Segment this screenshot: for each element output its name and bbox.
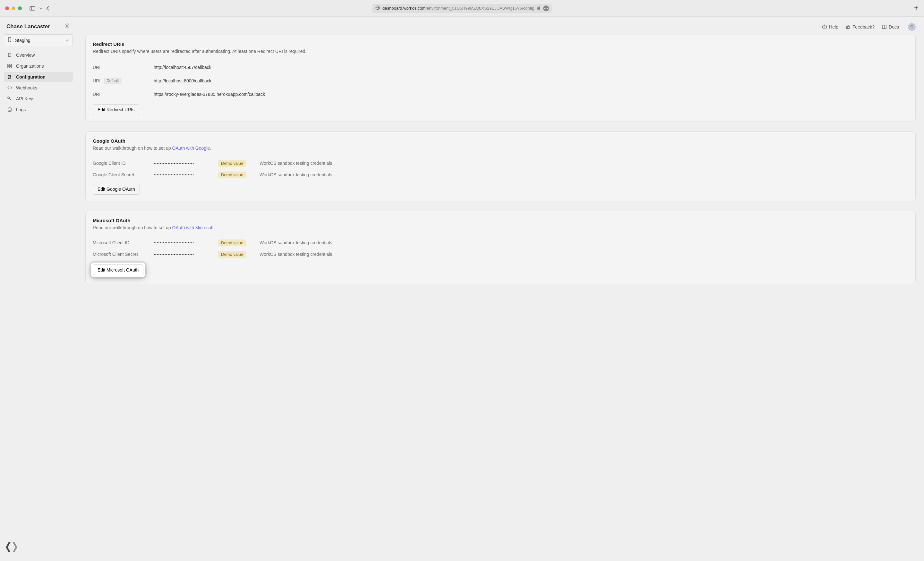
topbar: Help Feedback? Docs C: [77, 16, 924, 34]
close-window-icon[interactable]: [5, 6, 9, 10]
credential-row: Microsoft Client ID ••••••••••••••••••••…: [93, 237, 908, 248]
google-oauth-panel: Google OAuth Read our walkthrough on how…: [86, 132, 916, 201]
main-content: Help Feedback? Docs C Redirect URIs Redi…: [77, 16, 924, 561]
sliders-icon: [7, 74, 12, 79]
panel-description: Read our walkthrough on how to set up OA…: [93, 224, 908, 231]
oauth-microsoft-link[interactable]: OAuth with Microsoft: [172, 225, 214, 230]
svg-point-18: [8, 78, 9, 79]
uri-value: http://localhost:8000/callback: [154, 78, 212, 83]
uri-row: URI http://localhost:4567/callback: [93, 61, 908, 74]
panel-title: Google OAuth: [93, 138, 908, 144]
panel-title: Microsoft OAuth: [93, 218, 908, 223]
bookmark-icon: [8, 37, 12, 43]
help-link[interactable]: Help: [822, 24, 838, 30]
workspace-title: Chase Lancaster: [6, 23, 50, 30]
oauth-google-link[interactable]: OAuth with Google: [172, 145, 210, 151]
environment-selector[interactable]: Staging: [4, 34, 73, 46]
nav-list: Overview Organizations Configuration Web…: [4, 50, 73, 115]
credential-note: WorkOS sandbox testing credentials: [260, 172, 908, 177]
sidebar-item-overview[interactable]: Overview: [4, 50, 73, 60]
code-icon: [7, 85, 12, 90]
credential-row: Google Client Secret •••••••••••••••••••…: [93, 169, 908, 181]
svg-point-17: [10, 76, 11, 78]
globe-icon: [375, 6, 380, 11]
minimize-window-icon[interactable]: [12, 6, 15, 10]
svg-rect-12: [10, 66, 12, 68]
sidebar: Chase Lancaster Staging Overview Organiz…: [0, 16, 77, 561]
credential-note: WorkOS sandbox testing credentials: [260, 240, 908, 245]
panel-description: Read our walkthrough on how to set up OA…: [93, 145, 908, 152]
svg-point-8: [67, 25, 68, 27]
key-icon: [7, 96, 12, 101]
sidebar-item-logs[interactable]: Logs: [4, 105, 73, 115]
docs-link[interactable]: Docs: [882, 24, 899, 30]
masked-value: ••••••••••••••••••••••••••: [154, 173, 218, 177]
panel-description: Redirect URIs specify where users are re…: [93, 48, 908, 55]
edit-microsoft-oauth-button[interactable]: Edit Microsoft OAuth: [93, 265, 143, 275]
database-icon: [7, 107, 12, 112]
svg-point-19: [8, 97, 10, 99]
more-icon[interactable]: •••: [543, 6, 549, 11]
highlighted-action: Edit Microsoft OAuth: [91, 263, 146, 277]
svg-rect-5: [537, 7, 540, 10]
masked-value: ••••••••••••••••••••••••••: [154, 252, 218, 256]
bookmark-icon: [7, 52, 12, 58]
book-icon: [882, 24, 887, 30]
feedback-link[interactable]: Feedback?: [845, 24, 874, 30]
new-tab-icon[interactable]: [914, 5, 919, 11]
grid-icon: [7, 63, 12, 69]
svg-point-20: [8, 108, 11, 109]
demo-badge: Demo value: [218, 239, 246, 246]
credential-note: WorkOS sandbox testing credentials: [260, 252, 908, 257]
window-controls: [5, 6, 22, 10]
sidebar-item-organizations[interactable]: Organizations: [4, 61, 73, 71]
url-bar[interactable]: dashboard.workos.com/environment_01G5H99…: [372, 4, 552, 13]
credential-row: Microsoft Client Secret ••••••••••••••••…: [93, 248, 908, 260]
sidebar-item-label: Configuration: [16, 74, 45, 79]
sidebar-item-api-keys[interactable]: API Keys: [4, 94, 73, 104]
microsoft-oauth-panel: Microsoft OAuth Read our walkthrough on …: [86, 211, 916, 284]
brand-logo: [4, 540, 73, 556]
maximize-window-icon[interactable]: [18, 6, 22, 10]
redirect-uris-panel: Redirect URIs Redirect URIs specify wher…: [86, 34, 916, 122]
help-icon: [822, 24, 827, 30]
chevron-down-icon: [66, 39, 69, 42]
uri-value: https://rocky-everglades-37835.herokuapp…: [154, 92, 265, 97]
panel-title: Redirect URIs: [93, 41, 908, 47]
svg-point-16: [9, 75, 10, 76]
credential-row: Google Client ID •••••••••••••••••••••••…: [93, 157, 908, 169]
svg-rect-11: [8, 66, 9, 68]
gear-icon[interactable]: [64, 23, 70, 30]
browser-chrome: dashboard.workos.com/environment_01G5H99…: [0, 0, 924, 16]
lock-icon: [537, 6, 541, 11]
back-icon[interactable]: [46, 6, 50, 11]
thumbs-up-icon: [845, 24, 850, 30]
chevron-down-icon[interactable]: [39, 7, 42, 9]
svg-rect-0: [30, 6, 35, 10]
sidebar-item-label: Overview: [16, 52, 34, 58]
credential-note: WorkOS sandbox testing credentials: [260, 161, 908, 166]
sidebar-item-label: API Keys: [16, 96, 34, 101]
demo-badge: Demo value: [218, 160, 246, 167]
demo-badge: Demo value: [218, 251, 246, 258]
sidebar-item-label: Webhooks: [16, 85, 37, 90]
sidebar-toggle-icon[interactable]: [30, 6, 35, 10]
demo-badge: Demo value: [218, 172, 246, 178]
uri-row: URI Default http://localhost:8000/callba…: [93, 74, 908, 88]
sidebar-item-label: Logs: [16, 107, 26, 112]
avatar[interactable]: C: [908, 23, 916, 31]
svg-rect-9: [8, 64, 9, 66]
uri-value: http://localhost:4567/callback: [154, 65, 212, 70]
uri-row: URI https://rocky-everglades-37835.herok…: [93, 88, 908, 101]
sidebar-item-webhooks[interactable]: Webhooks: [4, 83, 73, 93]
masked-value: ••••••••••••••••••••••••••: [154, 161, 218, 165]
svg-rect-10: [10, 64, 12, 66]
default-badge: Default: [104, 78, 122, 84]
environment-name: Staging: [15, 38, 62, 43]
masked-value: ••••••••••••••••••••••••••: [154, 241, 218, 245]
edit-google-oauth-button[interactable]: Edit Google OAuth: [93, 184, 140, 194]
sidebar-item-configuration[interactable]: Configuration: [4, 72, 73, 82]
edit-redirect-uris-button[interactable]: Edit Redirect URIs: [93, 104, 139, 115]
url-text: dashboard.workos.com/environment_01G5H99…: [382, 6, 534, 10]
sidebar-item-label: Organizations: [16, 63, 44, 69]
